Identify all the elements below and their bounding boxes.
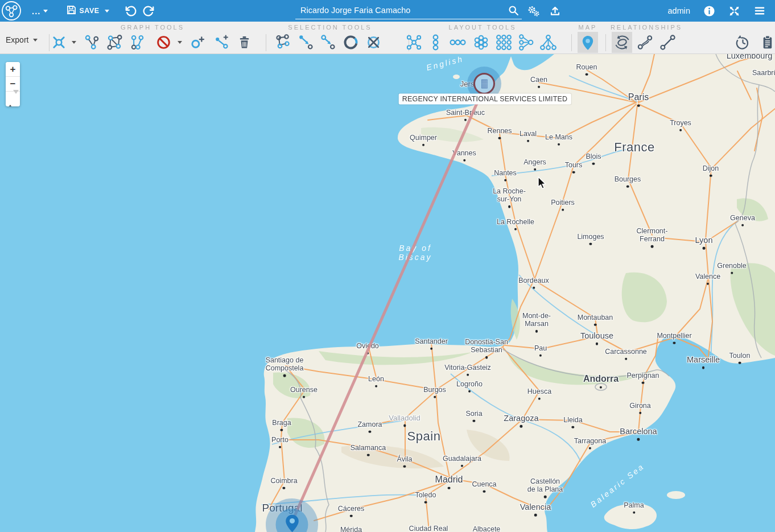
force-layout-button[interactable] (403, 32, 424, 53)
undo-icon (125, 5, 137, 17)
map-zoom-control: + − (6, 62, 20, 106)
save-button[interactable]: SAVE (66, 5, 109, 17)
upload-button[interactable] (549, 5, 561, 17)
vertical-layout-button[interactable] (425, 32, 446, 53)
horizontal-layout-icon (449, 34, 467, 51)
tool-ribbon: GRAPH TOOLS SELECTION TOOLS LAYOUT TOOLS… (0, 22, 775, 54)
save-label: SAVE (80, 7, 100, 15)
ban-icon (155, 34, 172, 51)
trash-icon (236, 34, 253, 51)
map-pin-button[interactable] (578, 32, 598, 53)
undo-button[interactable] (125, 5, 137, 17)
section-relationships: RELATIONSHIPS (611, 24, 682, 31)
lasso-icon (342, 34, 360, 51)
location-pin-icon (285, 514, 299, 532)
section-graph-tools: GRAPH TOOLS (121, 24, 184, 31)
triangle-down-icon (13, 90, 19, 105)
redo-button[interactable] (142, 5, 154, 17)
graph-edge-layer (0, 54, 775, 532)
app-logo-icon[interactable] (1, 1, 22, 21)
split-nodes-icon (129, 34, 146, 51)
building-icon (479, 79, 490, 89)
expand-options-button[interactable] (69, 32, 79, 53)
relationship-direct-icon (659, 34, 677, 51)
map-canvas[interactable]: EnglishJerseyLuxembourgSaarbrückenCaenRo… (0, 54, 775, 532)
hierarchy-layout-button[interactable] (538, 32, 558, 53)
hierarchy-layout-icon (539, 34, 557, 51)
select-neighbors-icon (274, 34, 292, 51)
zoom-in-button[interactable]: + (6, 62, 20, 77)
report-button[interactable] (757, 32, 775, 53)
ban-options-button[interactable] (175, 32, 184, 53)
company-ring (473, 73, 495, 94)
node-label: REGENCY INTERNATIONAL SERVICES LIMITED (399, 94, 571, 105)
gears-icon (527, 5, 540, 18)
menu-button[interactable] (753, 5, 766, 17)
hamburger-icon (753, 5, 766, 17)
lasso-select-button[interactable] (340, 32, 361, 53)
chevron-down-icon (33, 39, 38, 42)
radial-layout-button[interactable] (516, 32, 536, 53)
zoom-fit-button[interactable] (6, 92, 20, 106)
clear-selection-button[interactable] (363, 32, 384, 53)
export-label: Export (6, 35, 28, 44)
chevron-down-icon (43, 10, 48, 13)
horizontal-layout-button[interactable] (447, 32, 468, 53)
search-area (295, 0, 522, 22)
select-path-button[interactable] (318, 32, 338, 53)
relationship-direct-button[interactable] (657, 32, 678, 53)
history-icon (734, 34, 752, 51)
relationship-loop-button[interactable] (612, 32, 632, 53)
export-button[interactable]: Export (6, 35, 38, 44)
delete-button[interactable] (234, 32, 254, 53)
expand-node-icon (50, 34, 68, 51)
select-path-icon (319, 34, 337, 51)
circular-layout-button[interactable] (471, 32, 491, 53)
select-neighbors-button[interactable] (273, 32, 293, 53)
section-map: MAP (579, 24, 597, 31)
grid-layout-button[interactable] (493, 32, 514, 53)
chevron-down-icon (178, 41, 182, 44)
link-nodes-icon (83, 34, 101, 51)
info-button[interactable] (703, 5, 715, 17)
search-icon[interactable] (508, 5, 520, 19)
more-menu-button[interactable]: ... (27, 6, 48, 16)
settings-gears-button[interactable] (527, 5, 540, 18)
relationship-loop-icon (613, 33, 632, 52)
upload-icon (549, 5, 561, 17)
more-menu-label: ... (32, 6, 41, 16)
clipboard-icon (759, 34, 775, 51)
fullscreen-icon (728, 5, 740, 17)
radial-layout-icon (517, 34, 535, 51)
user-name[interactable]: admin (668, 6, 691, 15)
expand-node-button[interactable] (48, 32, 69, 53)
triangle-up-icon (7, 94, 13, 107)
split-nodes-button[interactable] (127, 32, 147, 53)
ban-button[interactable] (153, 32, 174, 53)
fullscreen-button[interactable] (728, 5, 740, 17)
vertical-layout-icon (427, 34, 444, 51)
info-icon (703, 5, 715, 17)
search-input[interactable] (295, 0, 522, 19)
add-edge-icon (213, 34, 230, 51)
relationship-parallel-button[interactable] (634, 32, 655, 53)
add-node-button[interactable] (187, 32, 208, 53)
add-edge-button[interactable] (211, 32, 232, 53)
link-nodes-button[interactable] (81, 32, 102, 53)
save-icon (66, 5, 77, 17)
history-button[interactable] (732, 32, 753, 53)
circular-layout-icon (472, 34, 490, 51)
graph-edge (293, 89, 483, 519)
add-node-icon (189, 34, 207, 51)
select-edge-button[interactable] (295, 32, 316, 53)
subgraph-icon (106, 34, 123, 51)
relationship-parallel-icon (636, 34, 654, 51)
subgraph-button[interactable] (104, 32, 125, 53)
select-edge-icon (297, 34, 315, 51)
section-layout-tools: LAYOUT TOOLS (449, 24, 517, 31)
deselect-icon (365, 34, 382, 51)
grid-layout-icon (495, 34, 513, 51)
force-layout-icon (405, 34, 423, 51)
chevron-down-icon (105, 10, 109, 13)
map-pin-icon (579, 34, 596, 52)
